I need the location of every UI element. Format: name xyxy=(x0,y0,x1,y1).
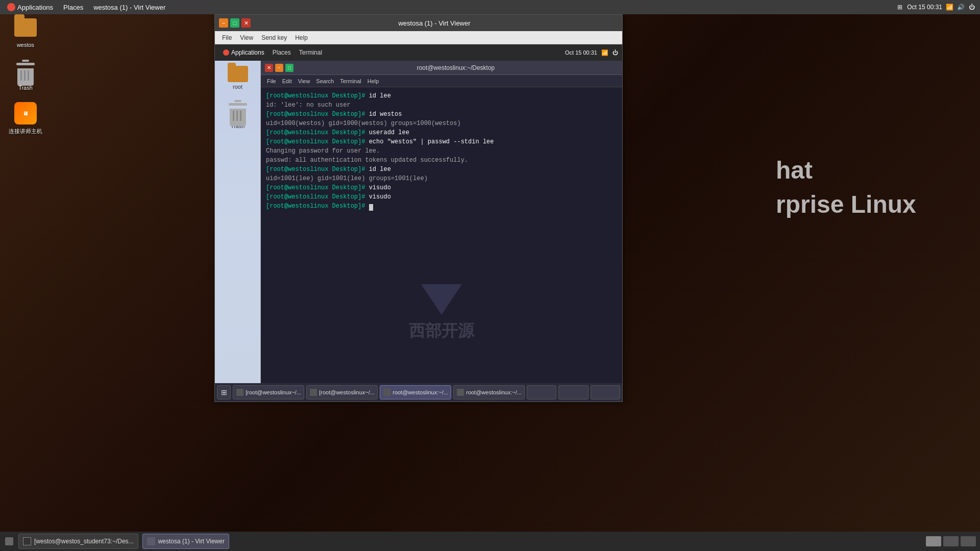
taskbar-expand-btn[interactable]: ⊞ xyxy=(217,385,231,399)
terminal-area: root@westoslinux:~/Desktop File Edit Vie… xyxy=(261,61,622,383)
virt-viewer-window: − □ ✕ westosa (1) - Virt Viewer File Vie… xyxy=(214,14,623,402)
close-button[interactable]: ✕ xyxy=(241,18,251,28)
terminal-taskbtn-icon xyxy=(23,537,31,545)
term-line-3: [root@westoslinux Desktop]# id westos xyxy=(266,110,617,119)
terminal-titlebar: ✕ − □ root@westoslinux:~/Desktop xyxy=(261,61,622,75)
terminal-title: root@westoslinux:~/Desktop xyxy=(293,64,618,71)
taskbar-empty-slot-2 xyxy=(558,385,588,399)
taskbar-empty-slot-1 xyxy=(527,385,556,399)
watermark: 西部开源 xyxy=(409,284,474,342)
virt-viewer-menubar: File View Send key Help xyxy=(215,31,622,44)
file-menu[interactable]: File xyxy=(218,33,236,42)
inner-terminal-btn[interactable]: Terminal xyxy=(295,48,326,57)
taskbar-btn-2[interactable]: [root@westoslinux~/... xyxy=(306,385,378,399)
inner-places-btn[interactable]: Places xyxy=(268,48,295,57)
term-line-11: [root@westoslinux Desktop]# visudo xyxy=(266,183,617,192)
outer-bottom-icon xyxy=(4,536,14,546)
westos-folder-icon[interactable]: westos xyxy=(5,15,46,48)
term-line-1: [root@westoslinux Desktop]# id lee xyxy=(266,91,617,101)
outer-window-title: westosa (1) - Virt Viewer xyxy=(90,3,168,12)
folder-image xyxy=(13,15,38,40)
inner-power-icon: ⏻ xyxy=(612,49,618,56)
svg-rect-0 xyxy=(5,537,13,545)
trash-body xyxy=(17,68,34,86)
workspace-2[interactable] xyxy=(943,536,959,546)
inner-taskbar-right: Oct 15 00:31 📶 ⏻ xyxy=(565,49,618,56)
sidebar-trash[interactable]: Trash xyxy=(229,100,247,129)
terminal-output[interactable]: [root@westoslinux Desktop]# id lee id: '… xyxy=(261,87,622,383)
outer-bottom-taskbar: [westos@westos_student73:~/Des... westos… xyxy=(0,532,980,551)
term-file-menu[interactable]: File xyxy=(264,77,279,85)
taskbar-btn-3[interactable]: root@westoslinux:~/... xyxy=(380,385,451,399)
file-manager-sidebar: root Trash xyxy=(215,61,261,383)
virt-taskbtn-label: westosa (1) - Virt Viewer xyxy=(158,538,225,545)
outer-terminal-taskbtn[interactable]: [westos@westos_student73:~/Des... xyxy=(18,534,138,549)
outer-virt-taskbtn[interactable]: westosa (1) - Virt Viewer xyxy=(142,534,229,549)
term-search-menu[interactable]: Search xyxy=(313,77,337,85)
inner-applications-btn[interactable]: Applications xyxy=(219,48,268,57)
sidebar-trash-handle xyxy=(234,100,241,102)
overlay-line-2: rprise Linux xyxy=(776,187,980,221)
taskbar-btn-1[interactable]: [root@westoslinux~/... xyxy=(233,385,304,399)
applications-icon xyxy=(7,3,15,11)
outer-taskbar-left: Applications Places westosa (1) - Virt V… xyxy=(0,2,168,12)
root-folder-icon xyxy=(228,66,248,82)
taskbar-btn-4[interactable]: root@westoslinux:~/... xyxy=(453,385,525,399)
connect-desktop-icon[interactable]: 🖥 连接讲师主机 xyxy=(5,101,46,135)
folder-shape xyxy=(14,18,37,37)
workspace-3[interactable] xyxy=(961,536,976,546)
maximize-button[interactable]: □ xyxy=(230,18,239,28)
outer-applications-menu[interactable]: Applications xyxy=(4,2,56,12)
term-line-7: Changing password for user lee. xyxy=(266,146,617,156)
term-line-13: [root@westoslinux Desktop]# xyxy=(266,202,617,211)
watermark-arrow xyxy=(421,284,462,315)
network-manager-icon xyxy=(5,537,13,545)
virt-taskbtn-icon xyxy=(147,537,155,545)
connect-image: 🖥 xyxy=(13,101,38,126)
taskbar-btn-3-label: root@westoslinux:~/... xyxy=(393,389,448,395)
help-menu[interactable]: Help xyxy=(291,33,312,42)
term-line-9: [root@westoslinux Desktop]# id lee xyxy=(266,165,617,174)
taskbar-btn-4-icon xyxy=(457,389,464,396)
send-key-menu[interactable]: Send key xyxy=(257,33,291,42)
terminal-window-controls: ✕ − □ xyxy=(265,64,293,72)
connect-shape: 🖥 xyxy=(14,102,37,124)
outer-taskbar: Applications Places westosa (1) - Virt V… xyxy=(0,0,980,14)
term-line-12: [root@westoslinux Desktop]# visudo xyxy=(266,192,617,202)
window-controls: − □ ✕ xyxy=(219,18,251,28)
sidebar-trash-icon xyxy=(229,100,247,121)
sidebar-root-folder[interactable]: root xyxy=(228,66,248,90)
trash-lid xyxy=(16,63,35,65)
outer-places-menu[interactable]: Places xyxy=(60,3,86,12)
term-terminal-menu[interactable]: Terminal xyxy=(337,77,364,85)
view-menu[interactable]: View xyxy=(236,33,257,42)
term-view-menu[interactable]: View xyxy=(295,77,313,85)
term-help-menu[interactable]: Help xyxy=(364,77,382,85)
term-edit-menu[interactable]: Edit xyxy=(279,77,295,85)
trash-image xyxy=(13,58,38,83)
sidebar-trash-body xyxy=(230,109,246,126)
term-line-8: passwd: all authentication tokens update… xyxy=(266,156,617,165)
terminal-maximize-btn[interactable]: □ xyxy=(285,64,293,72)
right-overlay-text: hat rprise Linux xyxy=(776,153,980,221)
root-folder-label: root xyxy=(233,84,242,90)
connect-label: 连接讲师主机 xyxy=(9,128,42,135)
term-line-10: uid=1001(lee) gid=1001(lee) groups=1001(… xyxy=(266,174,617,183)
taskbar-btn-2-label: [root@westoslinux~/... xyxy=(319,389,375,395)
minimize-button[interactable]: − xyxy=(219,18,228,28)
terminal-foreground[interactable]: ✕ − □ root@westoslinux:~/Desktop File Ed… xyxy=(261,61,622,383)
datetime-label: Oct 15 00:31 xyxy=(907,4,942,11)
inner-network-icon: 📶 xyxy=(601,49,608,56)
terminal-menubar: File Edit View Search Terminal Help xyxy=(261,75,622,87)
display-icon: ⊞ xyxy=(896,3,904,11)
terminal-close-btn[interactable]: ✕ xyxy=(265,64,273,72)
inner-taskbar: Applications Places Terminal Oct 15 00:3… xyxy=(215,44,622,61)
trash-desktop-icon[interactable]: Trash xyxy=(5,58,46,91)
workspace-1[interactable] xyxy=(926,536,941,546)
trash-handle xyxy=(22,60,29,62)
virt-viewer-titlebar: − □ ✕ westosa (1) - Virt Viewer xyxy=(215,15,622,31)
volume-icon: 🔊 xyxy=(957,3,965,11)
overlay-line-1: hat xyxy=(776,153,980,187)
terminal-minimize-btn[interactable]: − xyxy=(275,64,283,72)
network-icon: 📶 xyxy=(945,3,953,11)
